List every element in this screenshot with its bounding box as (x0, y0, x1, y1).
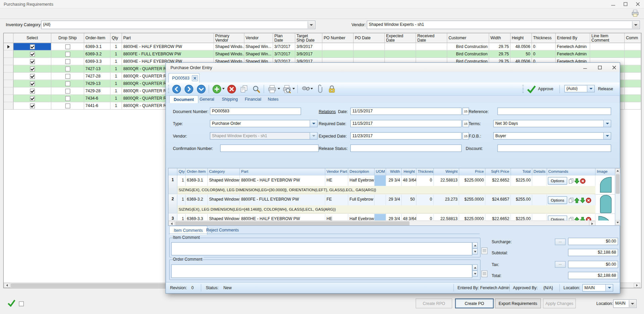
cell[interactable] (4, 58, 13, 65)
tax-more-button[interactable]: ... (555, 261, 565, 268)
cell-description[interactable]: Full Eyebrow (348, 195, 375, 205)
cell[interactable] (13, 58, 51, 65)
cell[interactable]: 8800FE - FULL EYEBROW PW (122, 51, 214, 58)
drop-ship-checkbox[interactable] (65, 52, 70, 57)
cell-part[interactable]: 8800FE - FULL EYEBROW PW (240, 195, 326, 205)
select-checkbox[interactable] (30, 44, 35, 49)
cell[interactable] (625, 65, 641, 73)
approve-button[interactable]: Approve (538, 87, 553, 91)
type-select[interactable]: Purchase Order (210, 120, 317, 127)
document-number-input[interactable]: PO00583 (210, 108, 301, 115)
tab-notes[interactable]: Notes (264, 95, 283, 103)
footer-location-select[interactable]: MAIN (613, 299, 637, 308)
line-item-row[interactable]: 116369-3.1Shaped Windows8800HE - HALF EY… (168, 175, 616, 195)
cell[interactable] (51, 88, 84, 95)
cell[interactable]: Fenetech Admin (556, 43, 590, 51)
cell[interactable] (625, 95, 641, 102)
move-up-icon[interactable] (574, 198, 580, 203)
copy-icon[interactable] (239, 84, 249, 94)
cell-vendor-part[interactable]: HE (325, 175, 348, 186)
cell[interactable]: Shaped Windo... (214, 51, 245, 58)
cell[interactable] (13, 80, 51, 88)
cell[interactable]: 6369-3.2 (84, 51, 110, 58)
cell-order-item[interactable]: 6369-3.2 (186, 195, 208, 205)
cell-details[interactable] (532, 195, 547, 205)
cell[interactable]: 1 (110, 43, 122, 51)
total-detail-icon[interactable] (481, 271, 487, 277)
location-select[interactable]: MAIN (582, 284, 613, 292)
cell[interactable] (416, 51, 447, 58)
move-down-icon[interactable] (196, 84, 206, 94)
inventory-category-select[interactable]: {All} (41, 20, 315, 29)
cell-vendor-part[interactable]: FE (325, 195, 348, 205)
print-menu-caret-icon[interactable] (278, 88, 280, 90)
print-preview-menu-caret-icon[interactable] (292, 88, 295, 90)
cell[interactable] (416, 43, 447, 51)
order-comment-spinner[interactable] (472, 264, 478, 277)
maximize-button[interactable] (620, 0, 632, 8)
cell[interactable] (4, 73, 13, 80)
column-header[interactable]: Commands (547, 168, 595, 175)
cell-details[interactable] (532, 214, 547, 221)
column-header[interactable]: Thickness (532, 33, 556, 43)
chevron-down-icon[interactable] (632, 21, 639, 29)
options-button[interactable]: Options (548, 196, 567, 204)
cell-width[interactable]: 29 3/4 (386, 195, 402, 205)
dialog-maximize-button[interactable] (594, 63, 605, 71)
attachment-icon[interactable] (314, 84, 324, 94)
column-header[interactable]: Order-Item (186, 168, 208, 175)
select-checkbox[interactable] (30, 52, 35, 57)
cell[interactable]: 1 (110, 58, 122, 65)
cell[interactable] (625, 51, 641, 58)
scroll-thumb[interactable] (176, 221, 410, 226)
required-date-input[interactable]: 11/15/2017 (350, 120, 462, 127)
delete-icon[interactable] (586, 217, 591, 221)
cell[interactable]: 1 (110, 65, 122, 73)
surcharge-more-button[interactable]: ... (555, 239, 565, 245)
cell-sqft-price[interactable]: $24.6857 (486, 195, 511, 205)
column-header[interactable]: PO Number (323, 33, 354, 43)
cell-total[interactable]: $225.00 (511, 175, 532, 186)
cell-part[interactable]: 8800HE - HALF EYEBROW PW (240, 175, 326, 186)
line-item-row[interactable]: 316369-3.3Shaped Windows8800HE - HALF EY… (168, 214, 616, 221)
vendor-filter-select[interactable]: Shaped Window Experts - sh1 (367, 20, 640, 29)
reference-input[interactable] (497, 108, 611, 115)
cell-vendor-part[interactable]: HE (325, 214, 348, 221)
cell[interactable] (51, 65, 84, 73)
cell[interactable] (625, 58, 641, 65)
tab-general[interactable]: General (196, 95, 218, 103)
select-checkbox[interactable] (30, 81, 35, 86)
cell[interactable]: 1 (110, 73, 122, 80)
print-icon[interactable] (631, 9, 639, 18)
cell[interactable]: 48.0506 (510, 43, 532, 51)
dialog-minimize-button[interactable] (580, 63, 590, 71)
relations-link[interactable]: Relations (319, 109, 336, 114)
cell[interactable]: 8800HE - HALF EYEBROW PW (122, 43, 214, 51)
expected-date-input[interactable]: 11/23/2017 (350, 132, 462, 140)
options-button[interactable]: Options (548, 216, 567, 221)
cell-width[interactable]: 29 3/4 (386, 175, 402, 186)
cell-weight[interactable]: 23.273 (434, 195, 459, 205)
column-header[interactable]: Description (348, 168, 375, 175)
cell[interactable]: 3/7/2017 (273, 51, 295, 58)
items-vscrollbar[interactable] (615, 168, 620, 225)
select-checkbox[interactable] (30, 89, 35, 94)
cell-uom[interactable] (375, 195, 386, 205)
column-header[interactable]: Select (13, 33, 51, 43)
tab-reject-comments[interactable]: Reject Comments (202, 226, 243, 234)
cell[interactable] (4, 88, 13, 95)
column-header[interactable]: Qty (178, 168, 186, 175)
scroll-left-icon[interactable] (168, 221, 175, 226)
scroll-right-icon[interactable] (634, 283, 640, 288)
column-header[interactable]: Image (596, 168, 616, 175)
cell-price[interactable]: $225.0000 (459, 214, 485, 221)
cell[interactable] (13, 43, 51, 51)
column-header[interactable]: Part (122, 33, 214, 43)
cell[interactable]: Shaped Windo... (214, 43, 245, 51)
cell-total[interactable]: $225.00 (511, 214, 532, 221)
cell[interactable] (51, 58, 84, 65)
line-items-grid[interactable]: QtyOrder-ItemCategoryPartVendor PartDesc… (168, 168, 621, 226)
cell[interactable] (354, 51, 385, 58)
cell[interactable]: Shaped Win... (244, 43, 273, 51)
cell-description[interactable]: Half Eyebrow (348, 175, 375, 186)
